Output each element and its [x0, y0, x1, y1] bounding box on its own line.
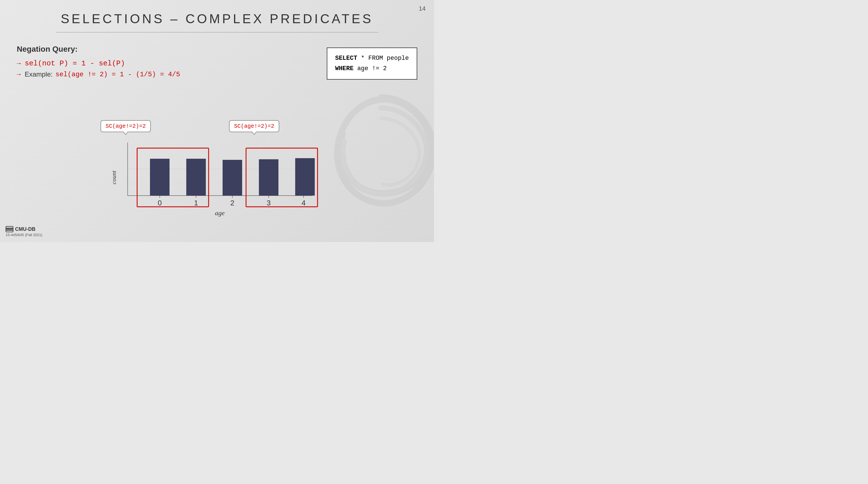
cmu-logo-text: CMU-DB [15, 226, 35, 232]
formula2-code: sel(age != 2) = 1 - (1/5) = 4/5 [55, 71, 180, 78]
x-label-2: 2 [230, 199, 234, 207]
sql-line-1: SELECT * FROM people [335, 53, 409, 63]
arrow-1: → [17, 60, 21, 67]
x-label-3: 3 [267, 199, 271, 207]
x-label-0: 0 [158, 199, 162, 207]
cmu-logo: CMU-DB [6, 226, 42, 232]
slide-title: SELECTIONS – COMPLEX PREDICATES [0, 11, 434, 26]
bar-0 [150, 159, 169, 195]
title-divider [56, 32, 378, 32]
bar-2 [223, 160, 242, 195]
slide: 14 SELECTIONS – COMPLEX PREDICATES Negat… [0, 0, 434, 242]
callout-right: SC(age!=2)=2 [229, 120, 279, 132]
footer: CMU-DB 15-445/645 (Fall 2021) [6, 226, 42, 237]
sql-box: SELECT * FROM people WHERE age != 2 [327, 48, 417, 80]
sql-where: WHERE [335, 65, 353, 72]
y-axis-label: count [110, 171, 117, 184]
sql-select: SELECT [335, 55, 357, 62]
x-label-4: 4 [302, 199, 306, 207]
bar-3 [259, 159, 278, 195]
callout-left: SC(age!=2)=2 [100, 120, 151, 132]
cmu-sub-text: 15-445/645 (Fall 2021) [6, 233, 42, 237]
formula2-prefix: Example: [25, 70, 53, 78]
sql-line-2: WHERE age != 2 [335, 63, 409, 74]
x-axis-label: age [215, 209, 225, 217]
formula1-code: sel(not P) = 1 - sel(P) [25, 59, 125, 68]
sql-line1-rest: * FROM people [357, 55, 409, 62]
x-label-1: 1 [194, 199, 198, 207]
bar-4 [295, 158, 315, 195]
sql-line2-rest: age != 2 [353, 65, 387, 72]
cmu-db-icon [6, 226, 13, 232]
chart-section: SC(age!=2)=2 SC(age!=2)=2 count [0, 120, 434, 218]
arrow-2: → [17, 71, 21, 78]
bar-1 [186, 159, 206, 195]
bar-chart: count [108, 134, 326, 218]
